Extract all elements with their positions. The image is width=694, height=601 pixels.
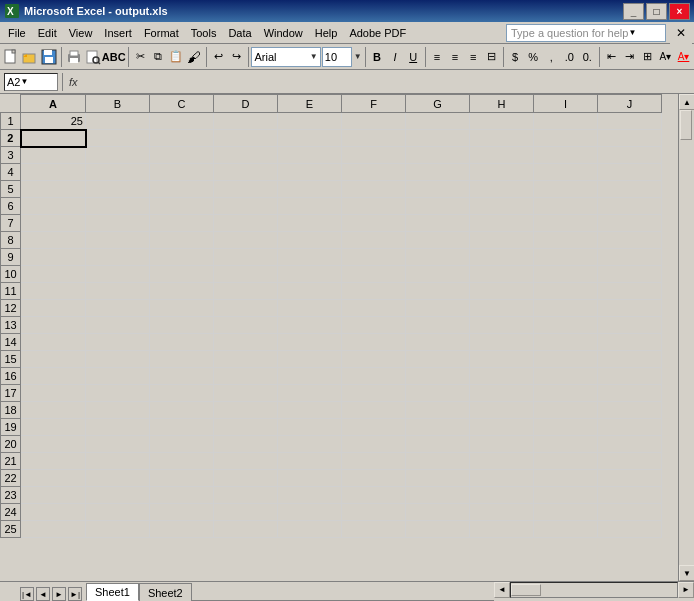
format-painter-button[interactable]: 🖌 — [186, 46, 203, 68]
cell-F19[interactable] — [342, 419, 406, 436]
cell-A24[interactable] — [21, 504, 86, 521]
decrease-decimal-button[interactable]: 0. — [579, 46, 596, 68]
cell-A6[interactable] — [21, 198, 86, 215]
scroll-left-button[interactable]: ◄ — [494, 582, 510, 598]
cell-J24[interactable] — [598, 504, 662, 521]
cell-J25[interactable] — [598, 521, 662, 538]
cell-I9[interactable] — [534, 249, 598, 266]
cell-B8[interactable] — [86, 232, 150, 249]
help-search-box[interactable]: Type a question for help ▼ — [506, 24, 666, 42]
cell-H1[interactable] — [470, 113, 534, 130]
cell-G12[interactable] — [406, 300, 470, 317]
redo-button[interactable]: ↪ — [228, 46, 245, 68]
fill-color-button[interactable]: A▾ — [657, 46, 674, 68]
cell-H21[interactable] — [470, 453, 534, 470]
cell-F10[interactable] — [342, 266, 406, 283]
row-header-7[interactable]: 7 — [1, 215, 21, 232]
sheet-tab-sheet1[interactable]: Sheet1 — [86, 583, 139, 601]
underline-button[interactable]: U — [405, 46, 422, 68]
cell-D16[interactable] — [214, 368, 278, 385]
cell-G8[interactable] — [406, 232, 470, 249]
row-header-25[interactable]: 25 — [1, 521, 21, 538]
cell-G9[interactable] — [406, 249, 470, 266]
cell-D11[interactable] — [214, 283, 278, 300]
cell-E12[interactable] — [278, 300, 342, 317]
row-header-3[interactable]: 3 — [1, 147, 21, 164]
menu-view[interactable]: View — [63, 22, 99, 43]
cell-C19[interactable] — [150, 419, 214, 436]
cell-G7[interactable] — [406, 215, 470, 232]
cell-C14[interactable] — [150, 334, 214, 351]
col-header-h[interactable]: H — [470, 95, 534, 113]
cell-E8[interactable] — [278, 232, 342, 249]
cell-C10[interactable] — [150, 266, 214, 283]
cell-G25[interactable] — [406, 521, 470, 538]
cell-A1[interactable]: 25 — [21, 113, 86, 130]
cell-G13[interactable] — [406, 317, 470, 334]
cell-E20[interactable] — [278, 436, 342, 453]
cell-F14[interactable] — [342, 334, 406, 351]
sheet-tab-sheet2[interactable]: Sheet2 — [139, 583, 192, 601]
cell-I23[interactable] — [534, 487, 598, 504]
row-header-17[interactable]: 17 — [1, 385, 21, 402]
row-header-10[interactable]: 10 — [1, 266, 21, 283]
font-size-dropdown-icon[interactable]: ▼ — [354, 52, 362, 61]
cell-J16[interactable] — [598, 368, 662, 385]
cell-J13[interactable] — [598, 317, 662, 334]
cell-H22[interactable] — [470, 470, 534, 487]
font-color-button[interactable]: A▾ — [675, 46, 692, 68]
cell-E11[interactable] — [278, 283, 342, 300]
cell-J7[interactable] — [598, 215, 662, 232]
cell-B15[interactable] — [86, 351, 150, 368]
cell-D8[interactable] — [214, 232, 278, 249]
cell-B6[interactable] — [86, 198, 150, 215]
cell-I21[interactable] — [534, 453, 598, 470]
cell-I6[interactable] — [534, 198, 598, 215]
cell-I12[interactable] — [534, 300, 598, 317]
cell-G18[interactable] — [406, 402, 470, 419]
cell-I16[interactable] — [534, 368, 598, 385]
cell-A20[interactable] — [21, 436, 86, 453]
cell-H23[interactable] — [470, 487, 534, 504]
align-center-button[interactable]: ≡ — [447, 46, 464, 68]
cell-D25[interactable] — [214, 521, 278, 538]
cell-G23[interactable] — [406, 487, 470, 504]
restore-button[interactable]: □ — [646, 3, 667, 20]
menu-close-button[interactable]: ✕ — [670, 22, 692, 44]
cell-F16[interactable] — [342, 368, 406, 385]
cell-H20[interactable] — [470, 436, 534, 453]
col-header-i[interactable]: I — [534, 95, 598, 113]
cell-A5[interactable] — [21, 181, 86, 198]
cell-H14[interactable] — [470, 334, 534, 351]
cell-F8[interactable] — [342, 232, 406, 249]
cell-B10[interactable] — [86, 266, 150, 283]
close-button[interactable]: × — [669, 3, 690, 20]
formula-input[interactable] — [84, 73, 690, 91]
cell-I18[interactable] — [534, 402, 598, 419]
cell-G15[interactable] — [406, 351, 470, 368]
row-header-20[interactable]: 20 — [1, 436, 21, 453]
horizontal-scrollbar[interactable]: ◄ ► — [494, 581, 694, 597]
cell-A25[interactable] — [21, 521, 86, 538]
font-size-box[interactable] — [322, 47, 352, 67]
cell-D9[interactable] — [214, 249, 278, 266]
cell-G24[interactable] — [406, 504, 470, 521]
cell-J22[interactable] — [598, 470, 662, 487]
cell-A7[interactable] — [21, 215, 86, 232]
cell-G21[interactable] — [406, 453, 470, 470]
italic-button[interactable]: I — [387, 46, 404, 68]
cell-A13[interactable] — [21, 317, 86, 334]
cell-H10[interactable] — [470, 266, 534, 283]
comma-button[interactable]: , — [543, 46, 560, 68]
cell-C16[interactable] — [150, 368, 214, 385]
cell-E19[interactable] — [278, 419, 342, 436]
menu-data[interactable]: Data — [222, 22, 257, 43]
cell-E13[interactable] — [278, 317, 342, 334]
cell-F4[interactable] — [342, 164, 406, 181]
cell-J1[interactable] — [598, 113, 662, 130]
cell-C20[interactable] — [150, 436, 214, 453]
cell-J23[interactable] — [598, 487, 662, 504]
row-header-12[interactable]: 12 — [1, 300, 21, 317]
cell-J12[interactable] — [598, 300, 662, 317]
cell-G14[interactable] — [406, 334, 470, 351]
